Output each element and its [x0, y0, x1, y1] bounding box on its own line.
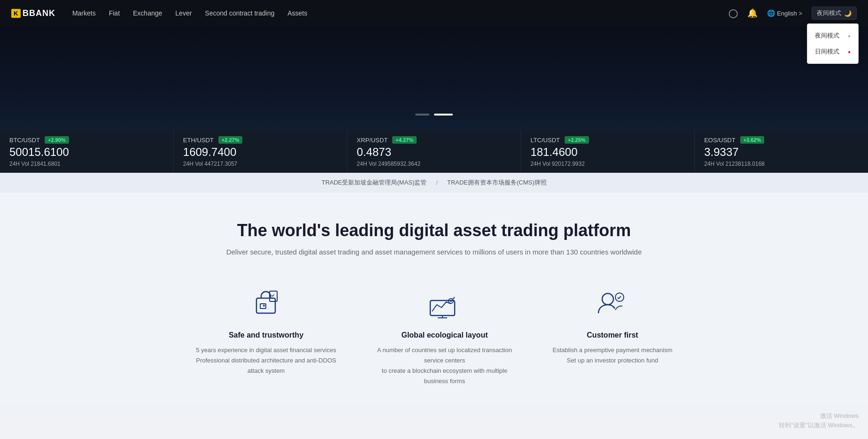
svg-point-7 — [450, 300, 452, 302]
navbar: K BBANK Markets Fiat Exchange Lever Seco… — [0, 0, 868, 26]
ticker-ltc-vol-value: 920172.9932 — [552, 161, 585, 167]
night-mode-button[interactable]: 夜间模式 🌙 — [812, 7, 857, 20]
night-mode-option-label: 夜间模式 — [815, 31, 839, 40]
night-mode-label: 夜间模式 — [817, 9, 841, 17]
ticker-eos-badge: +3.62% — [740, 136, 765, 144]
feature-customer: Customer first Establish a preemptive pa… — [552, 284, 672, 386]
ticker-eos[interactable]: EOS/USDT +3.62% 3.9337 24H Vol 21238118.… — [695, 130, 868, 173]
ticker-ltc-vol-label: 24H Vol — [530, 161, 550, 167]
nav-assets[interactable]: Assets — [287, 9, 307, 17]
customer-icon — [594, 284, 631, 322]
ticker-eos-name: EOS/USDT — [704, 137, 735, 144]
safe-icon — [247, 284, 285, 322]
main-content: The world's leading digital asset tradin… — [0, 193, 868, 405]
ticker-btc-name: BTC/USDT — [9, 137, 40, 144]
ticker-btc-price: 50015.6100 — [9, 146, 164, 159]
ticker-btc-pair: BTC/USDT +2.90% — [9, 136, 164, 144]
nav-markets[interactable]: Markets — [72, 9, 96, 17]
ticker-xrp-vol-value: 249585932.3642 — [378, 161, 420, 167]
ticker-eth-vol: 24H Vol 447217.3057 — [183, 161, 338, 167]
svg-rect-1 — [260, 304, 266, 308]
page-subtitle: Deliver secure, trusted digital asset tr… — [9, 248, 859, 256]
ticker-eth-price: 1609.7400 — [183, 146, 338, 159]
hero-pagination — [415, 114, 453, 116]
language-selector[interactable]: 🌐 English > — [767, 9, 802, 17]
ticker-btc-vol-label: 24H Vol — [9, 161, 29, 167]
nav-exchange[interactable]: Exchange — [133, 9, 162, 17]
page-title: The world's leading digital asset tradin… — [9, 221, 859, 240]
ticker-ltc-badge: +2.25% — [565, 136, 589, 144]
night-mode-option[interactable]: 夜间模式 ● — [807, 28, 858, 44]
mode-dropdown: 夜间模式 ● 日间模式 ● — [807, 23, 859, 64]
ticker-ltc-name: LTC/USDT — [530, 137, 560, 144]
lang-label: English > — [777, 10, 802, 17]
feature-global-title: Global ecological layout — [374, 331, 515, 339]
user-icon[interactable]: ◯ — [728, 8, 738, 18]
ticker-eth-name: ETH/USDT — [183, 137, 214, 144]
ticker-ltc[interactable]: LTC/USDT +2.25% 181.4600 24H Vol 920172.… — [521, 130, 695, 173]
ticker-xrp-badge: +4.27% — [392, 136, 417, 144]
sun-dot-icon: ● — [848, 49, 851, 54]
ticker-eos-vol: 24H Vol 21238118.0168 — [704, 161, 859, 167]
svg-point-11 — [602, 293, 613, 305]
ticker-eth-badge: +2.27% — [218, 136, 243, 144]
nav-fiat[interactable]: Fiat — [109, 9, 120, 17]
ticker-ltc-vol: 24H Vol 920172.9932 — [530, 161, 685, 167]
global-icon — [426, 284, 463, 322]
ticker-bar: BTC/USDT +2.90% 50015.6100 24H Vol 21841… — [0, 130, 868, 173]
hero-dot-1[interactable] — [415, 114, 429, 116]
nav-right: ◯ 🔔 🌐 English > 夜间模式 🌙 — [728, 7, 857, 20]
ticker-eth-vol-label: 24H Vol — [183, 161, 203, 167]
info-text-1: TRADE受新加坡金融管理局(MAS)监管 — [321, 178, 426, 187]
logo[interactable]: K BBANK — [11, 8, 55, 18]
nav-links: Markets Fiat Exchange Lever Second contr… — [72, 9, 728, 17]
nav-second-contract[interactable]: Second contract trading — [205, 9, 274, 17]
ticker-btc-vol: 24H Vol 21841.6801 — [9, 161, 164, 167]
ticker-btc[interactable]: BTC/USDT +2.90% 50015.6100 24H Vol 21841… — [0, 130, 174, 173]
logo-text: BBANK — [23, 8, 55, 18]
day-mode-option[interactable]: 日间模式 ● — [807, 44, 858, 60]
ticker-eos-pair: EOS/USDT +3.62% — [704, 136, 859, 144]
info-bar: TRADE受新加坡金融管理局(MAS)监管 / TRADE拥有资本市场服务(CM… — [0, 173, 868, 193]
day-mode-option-label: 日间模式 — [815, 47, 839, 56]
ticker-xrp[interactable]: XRP/USDT +4.27% 0.4873 24H Vol 249585932… — [348, 130, 521, 173]
ticker-xrp-vol: 24H Vol 249585932.3642 — [357, 161, 512, 167]
bell-icon[interactable]: 🔔 — [747, 8, 758, 18]
feature-customer-desc: Establish a preemptive payment mechanism… — [552, 345, 672, 366]
ticker-btc-vol-value: 21841.6801 — [31, 161, 60, 167]
ticker-eos-vol-label: 24H Vol — [704, 161, 724, 167]
ticker-eos-price: 3.9337 — [704, 146, 859, 159]
ticker-xrp-vol-label: 24H Vol — [357, 161, 377, 167]
ticker-xrp-pair: XRP/USDT +4.27% — [357, 136, 512, 144]
ticker-eth-pair: ETH/USDT +2.27% — [183, 136, 338, 144]
ticker-ltc-price: 181.4600 — [530, 146, 685, 159]
ticker-xrp-name: XRP/USDT — [357, 137, 388, 144]
feature-global: Global ecological layout A number of cou… — [374, 284, 515, 386]
logo-box-k: K — [11, 9, 21, 18]
moon-icon: 🌙 — [844, 10, 852, 17]
info-separator: / — [436, 179, 438, 186]
feature-global-desc: A number of countries set up localized t… — [374, 345, 515, 386]
hero-dot-2[interactable] — [434, 114, 453, 116]
svg-line-6 — [452, 297, 455, 300]
feature-safe-title: Safe and trustworthy — [195, 331, 336, 339]
moon-dot-icon: ● — [848, 33, 851, 39]
nav-lever[interactable]: Lever — [175, 9, 192, 17]
features-section: Safe and trustworthy 5 years experience … — [9, 284, 859, 386]
globe-icon: 🌐 — [767, 9, 775, 17]
feature-safe: Safe and trustworthy 5 years experience … — [195, 284, 336, 386]
ticker-btc-badge: +2.90% — [45, 136, 69, 144]
ticker-ltc-pair: LTC/USDT +2.25% — [530, 136, 685, 144]
feature-safe-desc: 5 years experience in digital asset fina… — [195, 345, 336, 376]
info-text-2: TRADE拥有资本市场服务(CMS)牌照 — [447, 178, 547, 187]
svg-point-3 — [263, 305, 265, 307]
ticker-xrp-price: 0.4873 — [357, 146, 512, 159]
feature-customer-title: Customer first — [552, 331, 672, 339]
hero-banner — [0, 26, 868, 130]
ticker-eth-vol-value: 447217.3057 — [204, 161, 237, 167]
ticker-eos-vol-value: 21238118.0168 — [726, 161, 765, 167]
ticker-eth[interactable]: ETH/USDT +2.27% 1609.7400 24H Vol 447217… — [174, 130, 348, 173]
